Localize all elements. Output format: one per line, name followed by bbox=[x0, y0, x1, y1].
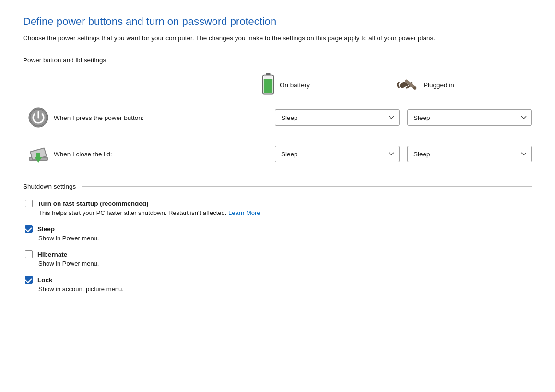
power-buttons-section-header: Power button and lid settings bbox=[23, 57, 532, 64]
power-button-plugged-dropdown[interactable]: Sleep Hibernate Shut down Turn off the d… bbox=[407, 109, 532, 126]
shutdown-section-label: Shutdown settings bbox=[23, 183, 76, 190]
fast-startup-checkbox[interactable] bbox=[25, 200, 33, 207]
hibernate-label: Hibernate bbox=[37, 251, 67, 258]
battery-column-label: On battery bbox=[280, 82, 310, 89]
hibernate-sub: Show in Power menu. bbox=[25, 260, 532, 267]
shutdown-section: Shutdown settings Turn on fast startup (… bbox=[23, 183, 532, 293]
columns-header: On battery Plugged in bbox=[23, 73, 532, 96]
svg-point-7 bbox=[413, 86, 416, 89]
lock-item: Lock Show in account picture menu. bbox=[23, 276, 532, 293]
power-button-battery-dropdown[interactable]: Sleep Hibernate Shut down Turn off the d… bbox=[275, 109, 400, 126]
lock-row: Lock bbox=[25, 276, 532, 284]
power-button-battery-dropdown-wrapper: Sleep Hibernate Shut down Turn off the d… bbox=[275, 109, 400, 126]
hibernate-row: Hibernate bbox=[25, 250, 532, 258]
close-lid-label: When I close the lid: bbox=[54, 151, 275, 158]
battery-icon bbox=[261, 73, 275, 96]
power-buttons-section-label: Power button and lid settings bbox=[23, 57, 106, 64]
battery-column-header: On battery bbox=[261, 73, 396, 96]
lock-sub: Show in account picture menu. bbox=[25, 285, 532, 293]
svg-rect-3 bbox=[264, 76, 272, 79]
plug-icon bbox=[396, 75, 419, 95]
fast-startup-item: Turn on fast startup (recommended) This … bbox=[23, 200, 532, 216]
close-lid-plugged-dropdown-wrapper: Sleep Hibernate Shut down Turn off the d… bbox=[407, 146, 532, 162]
page-description: Choose the power settings that you want … bbox=[23, 34, 455, 43]
lock-label: Lock bbox=[37, 276, 53, 284]
power-buttons-divider bbox=[112, 60, 532, 60]
lock-checkbox[interactable] bbox=[25, 276, 33, 284]
power-button-dropdowns: Sleep Hibernate Shut down Turn off the d… bbox=[275, 109, 532, 126]
power-button-row: When I press the power button: Sleep Hib… bbox=[23, 104, 532, 131]
power-button-icon bbox=[28, 107, 49, 128]
page-title: Define power buttons and turn on passwor… bbox=[23, 15, 532, 28]
fast-startup-row: Turn on fast startup (recommended) bbox=[25, 200, 532, 207]
close-lid-icon-container bbox=[23, 143, 54, 166]
power-button-label: When I press the power button: bbox=[54, 114, 275, 121]
sleep-checkbox[interactable] bbox=[25, 225, 33, 233]
hibernate-item: Hibernate Show in Power menu. bbox=[23, 250, 532, 267]
hibernate-checkbox[interactable] bbox=[25, 250, 33, 258]
close-lid-icon bbox=[26, 143, 51, 166]
close-lid-battery-dropdown[interactable]: Sleep Hibernate Shut down Turn off the d… bbox=[275, 146, 400, 162]
sleep-row: Sleep bbox=[25, 225, 532, 233]
sleep-item: Sleep Show in Power menu. bbox=[23, 225, 532, 242]
close-lid-plugged-dropdown[interactable]: Sleep Hibernate Shut down Turn off the d… bbox=[407, 146, 532, 162]
sleep-sub: Show in Power menu. bbox=[25, 235, 532, 242]
fast-startup-learn-more-link[interactable]: Learn More bbox=[228, 209, 260, 216]
settings-rows: When I press the power button: Sleep Hib… bbox=[23, 104, 532, 167]
power-button-plugged-dropdown-wrapper: Sleep Hibernate Shut down Turn off the d… bbox=[407, 109, 532, 126]
svg-rect-2 bbox=[264, 79, 272, 93]
shutdown-divider bbox=[82, 186, 532, 187]
shutdown-section-header: Shutdown settings bbox=[23, 183, 532, 190]
sleep-label: Sleep bbox=[37, 226, 55, 233]
power-button-icon-container bbox=[23, 107, 54, 128]
fast-startup-label: Turn on fast startup (recommended) bbox=[37, 200, 149, 207]
close-lid-dropdowns: Sleep Hibernate Shut down Turn off the d… bbox=[275, 146, 532, 162]
fast-startup-sub: This helps start your PC faster after sh… bbox=[25, 209, 532, 216]
close-lid-row: When I close the lid: Sleep Hibernate Sh… bbox=[23, 141, 532, 167]
close-lid-battery-dropdown-wrapper: Sleep Hibernate Shut down Turn off the d… bbox=[275, 146, 400, 162]
plugged-column-label: Plugged in bbox=[424, 82, 454, 89]
plugged-column-header: Plugged in bbox=[396, 73, 530, 96]
